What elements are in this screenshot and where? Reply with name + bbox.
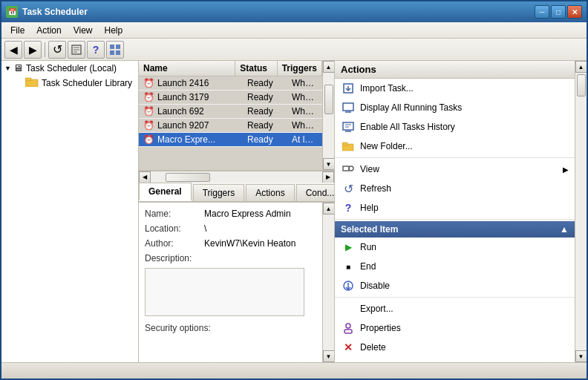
help-button[interactable]: ? — [87, 41, 105, 59]
action-refresh[interactable]: ↺ Refresh — [335, 179, 575, 198]
task-row[interactable]: ⏰ Launch 692 Ready When the ta... — [139, 105, 322, 119]
scroll-up-arrow[interactable]: ▲ — [323, 61, 335, 73]
action-import-task[interactable]: Import Task... — [335, 79, 575, 98]
task-row[interactable]: ⏰ Launch 9207 Ready When the ta... — [139, 119, 322, 133]
author-value: KevinW7\Kevin Heaton — [204, 238, 316, 249]
name-value: Macro Express Admin — [204, 209, 316, 219]
actions-scrollbar[interactable]: ▲ ▼ — [575, 61, 587, 362]
toolbar-sep-1 — [45, 42, 45, 57]
actions-scroll-down[interactable]: ▼ — [575, 350, 587, 362]
back-button[interactable]: ◀ — [4, 41, 22, 59]
detail-scrollbar[interactable]: ▲ ▼ — [322, 203, 334, 362]
action-new-folder[interactable]: New Folder... — [335, 137, 575, 156]
action-export[interactable]: Export... — [335, 299, 575, 318]
menu-help[interactable]: Help — [99, 24, 129, 37]
svg-rect-20 — [343, 166, 349, 171]
extra-icon — [109, 44, 121, 56]
svg-rect-7 — [116, 50, 120, 55]
tab-conditions[interactable]: Cond... — [296, 184, 334, 201]
tree-panel: ▼ 🖥 Task Scheduler (Local) Task Schedule… — [1, 61, 139, 362]
view-icon — [341, 162, 356, 177]
task-trigger-4: When the ta... — [287, 119, 322, 132]
scroll-down-arrow[interactable]: ▼ — [323, 158, 335, 170]
detail-author-row: Author: KevinW7\Kevin Heaton — [145, 238, 316, 249]
action-properties[interactable]: Properties — [335, 318, 575, 338]
help-icon-action: ? — [341, 200, 356, 215]
selected-item-section[interactable]: Selected Item ▲ — [335, 221, 575, 238]
location-value: \ — [204, 223, 316, 234]
refresh-button[interactable]: ↺ — [48, 41, 66, 59]
col-triggers[interactable]: Triggers — [278, 61, 322, 76]
task-row[interactable]: ⏰ Launch 2416 Ready When the ta... — [139, 76, 322, 91]
action-disable[interactable]: Disable — [335, 276, 575, 295]
col-name[interactable]: Name — [139, 61, 235, 76]
actions-scroll-up[interactable]: ▲ — [575, 61, 587, 73]
task-name-1: Launch 2416 — [157, 78, 209, 88]
hscroll-right-arrow[interactable]: ▶ — [322, 171, 334, 183]
task-list-hscroll[interactable]: ◀ ▶ — [139, 171, 334, 183]
svg-rect-9 — [25, 78, 31, 81]
tab-general[interactable]: General — [139, 183, 192, 201]
disable-icon — [341, 278, 356, 293]
action-view[interactable]: View ▶ — [335, 160, 575, 179]
action-help-main[interactable]: ? Help — [335, 198, 575, 217]
expand-icon: ▼ — [4, 65, 13, 72]
detail-name-row: Name: Macro Express Admin — [145, 209, 316, 219]
actions-scroll-thumb[interactable] — [577, 74, 586, 96]
display-icon — [341, 100, 356, 115]
minimize-button[interactable]: ─ — [535, 5, 549, 19]
task-status-2: Ready — [243, 91, 287, 104]
author-label: Author: — [145, 238, 204, 249]
svg-point-24 — [346, 324, 350, 328]
action-label-help-main: Help — [360, 203, 379, 213]
tree-item-library[interactable]: Task Scheduler Library — [1, 75, 138, 91]
task-name-2: Launch 3179 — [157, 92, 209, 102]
tab-actions[interactable]: Actions — [246, 184, 294, 201]
task-row-selected[interactable]: ⏰ Macro Expre... Ready At log on of... — [139, 133, 322, 147]
tree-item-local[interactable]: ▼ 🖥 Task Scheduler (Local) — [1, 61, 138, 75]
desc-label: Description: — [145, 253, 204, 263]
status-bar — [1, 362, 587, 379]
task-list-header: Name Status Triggers — [139, 61, 322, 76]
task-icon-4: ⏰ — [143, 120, 154, 131]
properties-button[interactable] — [68, 41, 85, 59]
menu-view[interactable]: View — [68, 24, 99, 37]
hscroll-left-arrow[interactable]: ◀ — [139, 171, 151, 183]
tab-triggers[interactable]: Triggers — [193, 184, 245, 201]
description-textarea[interactable] — [145, 268, 304, 316]
action-run[interactable]: ▶ Run — [335, 238, 575, 257]
task-list-scrollbar[interactable]: ▲ ▼ — [322, 61, 334, 170]
actions-panel: Actions Import Task... Display All Runni… — [334, 61, 587, 362]
action-help-selected[interactable]: ? Help — [335, 357, 575, 362]
scroll-thumb[interactable] — [324, 85, 333, 114]
extra-button[interactable] — [106, 41, 124, 59]
toolbar: ◀ ▶ ↺ ? — [1, 39, 587, 61]
task-name-4: Launch 9207 — [157, 120, 209, 131]
maximize-button[interactable]: □ — [551, 5, 566, 19]
properties-action-icon — [341, 321, 356, 335]
svg-rect-14 — [343, 122, 353, 130]
col-status[interactable]: Status — [235, 61, 277, 76]
menu-action[interactable]: Action — [30, 24, 67, 37]
security-label: Security options: — [145, 323, 316, 333]
hscroll-thumb[interactable] — [166, 173, 210, 182]
action-enable-history[interactable]: Enable All Tasks History — [335, 117, 575, 137]
hscroll-track[interactable] — [151, 171, 322, 183]
task-row[interactable]: ⏰ Launch 3179 Ready When the ta... — [139, 91, 322, 105]
folder-svg — [25, 76, 39, 87]
detail-scroll-down[interactable]: ▼ — [323, 350, 335, 362]
action-display-running[interactable]: Display All Running Tasks — [335, 98, 575, 117]
folder-new-icon — [341, 139, 356, 154]
forward-button[interactable]: ▶ — [24, 41, 42, 59]
svg-rect-12 — [343, 103, 353, 111]
menu-file[interactable]: File — [4, 24, 30, 37]
action-label-refresh: Refresh — [360, 183, 391, 194]
name-label: Name: — [145, 209, 204, 219]
selected-item-label: Selected Item — [341, 224, 398, 235]
close-button[interactable]: ✕ — [567, 5, 582, 19]
detail-scroll-up[interactable]: ▲ — [323, 203, 335, 214]
collapse-arrow: ▲ — [560, 224, 569, 235]
action-delete[interactable]: ✕ Delete — [335, 338, 575, 357]
action-end[interactable]: ■ End — [335, 257, 575, 276]
task-icon-2: ⏰ — [143, 92, 154, 102]
